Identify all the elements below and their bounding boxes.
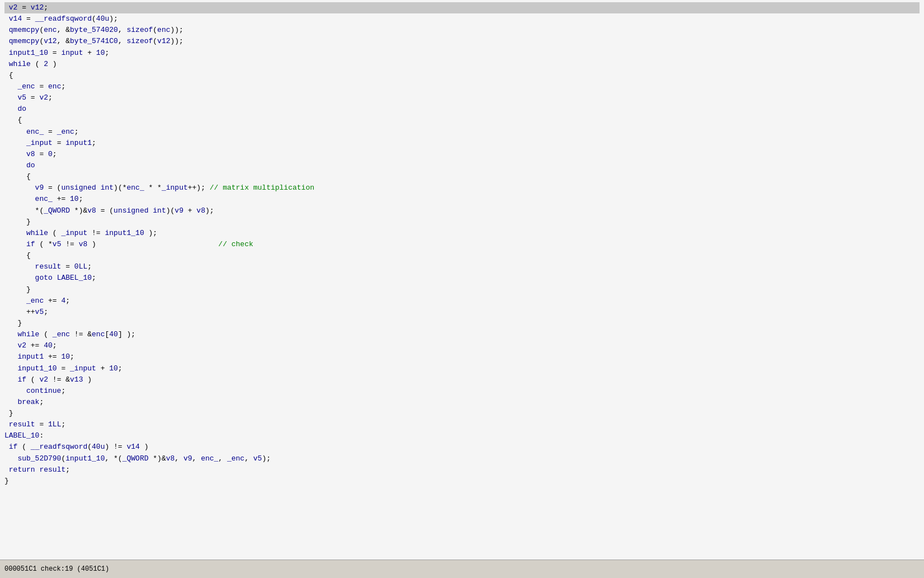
status-text: 000051C1 check:19 (4051C1) bbox=[4, 565, 109, 573]
code-line: break; bbox=[4, 397, 920, 408]
code-line: *(_QWORD *)&v8 = (unsigned int)(v9 + v8)… bbox=[4, 205, 920, 217]
code-line: if ( *v5 != v8 ) // check bbox=[4, 239, 920, 250]
code-line: v2 += 40; bbox=[4, 340, 920, 351]
code-line: _enc += 4; bbox=[4, 295, 920, 307]
code-line: while ( 2 ) bbox=[4, 59, 920, 70]
code-line: _input = input1; bbox=[4, 138, 920, 149]
code-line: input1_10 = input + 10; bbox=[4, 48, 920, 59]
code-line: result = 0LL; bbox=[4, 261, 920, 272]
code-line: v5 = v2; bbox=[4, 92, 920, 104]
status-bar: 000051C1 check:19 (4051C1) bbox=[0, 560, 924, 578]
code-line: enc_ += 10; bbox=[4, 194, 920, 205]
code-line: continue; bbox=[4, 386, 920, 397]
code-line: v8 = 0; bbox=[4, 149, 920, 160]
code-line: enc_ = _enc; bbox=[4, 126, 920, 138]
code-line: do bbox=[4, 160, 920, 171]
code-line: { bbox=[4, 115, 920, 126]
code-line: ++v5; bbox=[4, 307, 920, 318]
code-line: qmemcpy(enc, &byte_574020, sizeof(enc)); bbox=[4, 25, 920, 36]
code-line: } bbox=[4, 217, 920, 228]
code-line: result = 1LL; bbox=[4, 419, 920, 430]
code-line: _enc = enc; bbox=[4, 81, 920, 92]
code-line: while ( _input != input1_10 ); bbox=[4, 228, 920, 239]
code-line: do bbox=[4, 104, 920, 115]
code-line: sub_52D790(input1_10, *(_QWORD *)&v8, v9… bbox=[4, 453, 920, 464]
code-line: input1_10 = _input + 10; bbox=[4, 363, 920, 374]
code-line: v14 = __readfsqword(40u); bbox=[4, 13, 920, 25]
code-editor: v2 = v12; v14 = __readfsqword(40u); qmem… bbox=[0, 0, 924, 560]
code-line: { bbox=[4, 250, 920, 261]
code-line: } bbox=[4, 408, 920, 419]
code-line: if ( v2 != &v13 ) bbox=[4, 374, 920, 386]
code-line: } bbox=[4, 284, 920, 295]
code-line: v9 = (unsigned int)(*enc_ * *_input++); … bbox=[4, 182, 920, 194]
code-line: return result; bbox=[4, 464, 920, 476]
code-line: } bbox=[4, 318, 920, 329]
code-line: goto LABEL_10; bbox=[4, 272, 920, 284]
code-line: v2 = v12; bbox=[4, 2, 920, 13]
code-line: { bbox=[4, 70, 920, 81]
code-line: } bbox=[4, 476, 920, 487]
code-line: LABEL_10: bbox=[4, 430, 920, 441]
code-line: while ( _enc != &enc[40] ); bbox=[4, 329, 920, 340]
code-line: qmemcpy(v12, &byte_5741C0, sizeof(v12)); bbox=[4, 36, 920, 47]
code-lines: v2 = v12; v14 = __readfsqword(40u); qmem… bbox=[0, 0, 924, 489]
code-line: { bbox=[4, 171, 920, 182]
code-line: if ( __readfsqword(40u) != v14 ) bbox=[4, 441, 920, 453]
code-line: input1 += 10; bbox=[4, 351, 920, 363]
